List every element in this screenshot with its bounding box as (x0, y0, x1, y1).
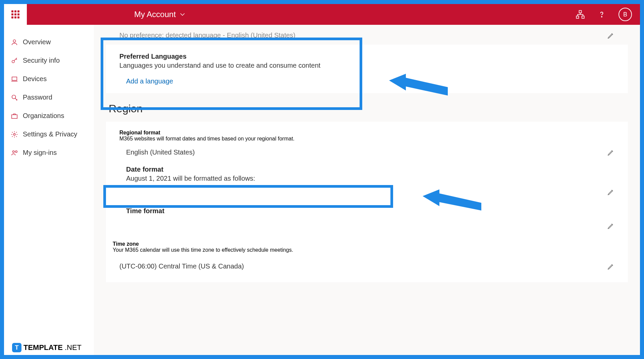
pencil-icon[interactable] (607, 149, 614, 156)
sidebar-item-label: My sign-ins (23, 149, 57, 157)
svg-point-4 (13, 40, 15, 42)
region-card: Regional format M365 websites will forma… (106, 122, 628, 282)
sidebar-item-label: Security info (23, 57, 60, 64)
svg-rect-1 (576, 16, 579, 18)
signin-icon (11, 149, 18, 157)
timezone-title: Time zone (113, 241, 614, 247)
briefcase-icon (11, 112, 18, 120)
sidebar-item-organizations[interactable]: Organizations (4, 107, 94, 125)
gear-icon (11, 131, 18, 138)
preferred-languages-card: Preferred Languages Languages you unders… (106, 45, 628, 93)
sidebar-item-settings[interactable]: Settings & Privacy (4, 125, 94, 143)
pencil-icon[interactable] (607, 263, 614, 270)
preferred-languages-title: Preferred Languages (119, 53, 614, 60)
pencil-icon[interactable] (607, 222, 614, 230)
detected-language-row: No preference: detected language - Engli… (106, 25, 628, 45)
svg-point-5 (12, 60, 14, 63)
add-language-link[interactable]: Add a language (126, 77, 614, 85)
top-right-actions: B (576, 8, 640, 21)
lock-icon (11, 94, 18, 101)
laptop-icon (11, 75, 18, 83)
help-icon[interactable] (597, 10, 606, 19)
sidebar-item-devices[interactable]: Devices (4, 70, 94, 88)
org-chart-icon[interactable] (576, 10, 585, 19)
timezone-value: (UTC-06:00) Central Time (US & Canada) (119, 262, 244, 270)
regional-format-desc: M365 websites will format dates and time… (119, 136, 614, 142)
watermark: T TEMPLATE.NET (12, 343, 82, 352)
user-icon (11, 39, 18, 46)
sidebar-item-label: Devices (23, 75, 47, 83)
body: Overview Security info Devices Password … (4, 25, 640, 355)
svg-rect-6 (12, 77, 17, 80)
sidebar-item-label: Overview (23, 38, 51, 46)
svg-rect-0 (579, 10, 582, 13)
date-format-title: Date format (126, 166, 614, 173)
timezone-row: (UTC-06:00) Central Time (US & Canada) (113, 258, 614, 274)
app-frame: My Account B Overview Security info Devi… (4, 4, 640, 355)
chevron-down-icon (180, 12, 185, 17)
avatar-button[interactable]: B (619, 8, 632, 21)
avatar-initial: B (623, 11, 627, 18)
timezone-desc: Your M365 calendar will use this time zo… (113, 247, 614, 253)
svg-rect-2 (582, 16, 584, 18)
timezone-block: Time zone Your M365 calendar will use th… (113, 241, 614, 274)
regional-format-value: English (United States) (126, 148, 195, 156)
svg-point-9 (13, 133, 15, 135)
page-title: My Account (134, 10, 176, 19)
regional-format-row: English (United States) (119, 144, 614, 160)
svg-rect-8 (12, 115, 17, 118)
watermark-suffix: .NET (65, 343, 82, 352)
main-content: No preference: detected language - Engli… (94, 25, 640, 355)
sidebar-item-security[interactable]: Security info (4, 51, 94, 70)
top-bar: My Account B (4, 4, 640, 25)
time-format-title: Time format (126, 207, 614, 215)
account-dropdown[interactable]: My Account (134, 10, 185, 19)
waffle-icon (11, 10, 19, 18)
time-format-block: Time format (119, 207, 614, 236)
svg-point-11 (15, 151, 17, 153)
sidebar-item-password[interactable]: Password (4, 88, 94, 107)
pencil-icon[interactable] (607, 32, 614, 39)
watermark-brand: TEMPLATE (23, 343, 63, 352)
preferred-languages-desc: Languages you understand and use to crea… (119, 62, 614, 69)
date-format-block: Date format August 1, 2021 will be forma… (119, 166, 614, 202)
key-icon (11, 57, 18, 64)
pencil-icon[interactable] (607, 188, 614, 196)
sidebar-item-label: Password (23, 94, 52, 101)
region-section-title: Region (109, 103, 628, 115)
sidebar-item-label: Settings & Privacy (23, 130, 77, 138)
sidebar-item-overview[interactable]: Overview (4, 33, 94, 51)
svg-point-3 (601, 16, 602, 17)
regional-format-title: Regional format (119, 130, 614, 136)
sidebar-item-label: Organizations (23, 112, 64, 120)
svg-point-10 (13, 151, 15, 153)
date-format-desc: August 1, 2021 will be formatted as foll… (126, 175, 614, 182)
sidebar: Overview Security info Devices Password … (4, 25, 94, 355)
watermark-badge: T (12, 343, 21, 352)
app-launcher-button[interactable] (4, 4, 27, 25)
detected-language-text: No preference: detected language - Engli… (119, 32, 296, 39)
sidebar-item-signins[interactable]: My sign-ins (4, 143, 94, 162)
